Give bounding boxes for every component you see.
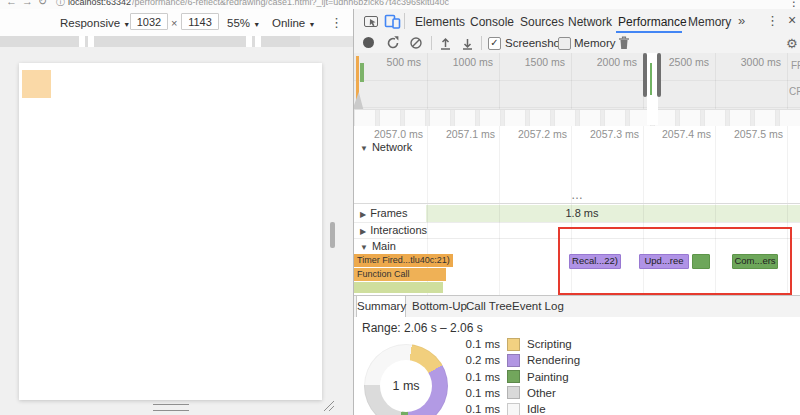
frame-duration: 1.8 ms	[552, 207, 612, 219]
browser-menu-icon[interactable]: ⋮	[788, 0, 800, 9]
overview-label-cpu: CPU	[789, 86, 800, 97]
throttle-caret-icon: ▼	[308, 21, 315, 28]
lane-frames[interactable]: ▶Frames	[360, 207, 407, 219]
legend-value: 0.2 ms	[460, 354, 500, 366]
tab-event-log[interactable]: Event Log	[512, 300, 564, 312]
lane-resize-ellipsis-icon[interactable]: …	[571, 188, 585, 202]
detail-tick: 2057.2 ms	[497, 128, 567, 140]
device-mode-select[interactable]: Responsive ▼	[60, 17, 130, 29]
devtools-close-icon[interactable]: ×	[788, 12, 796, 28]
viewport-height-resize-handle[interactable]	[153, 404, 189, 411]
detail-tick: 2057.4 ms	[641, 128, 711, 140]
lane-main[interactable]: ▼Main	[360, 240, 396, 252]
detail-tick: 2057.1 ms	[425, 128, 495, 140]
throttle-value: Online	[272, 17, 305, 29]
summary-pane: Range: 2.06 s – 2.06 s 1 ms 0.1 ms Scrip…	[354, 317, 800, 415]
site-info-icon[interactable]: ⓘ	[56, 0, 65, 9]
page-viewport[interactable]	[19, 63, 322, 400]
device-mode-pane: Responsive ▼ × 55% ▼ Online ▼ ⋮	[0, 9, 353, 415]
reload-and-record-icon[interactable]	[386, 36, 400, 50]
trash-icon[interactable]	[618, 36, 630, 50]
tab-console[interactable]: Console	[470, 15, 514, 29]
overview-tick: 2000 ms	[567, 56, 637, 68]
save-profile-icon[interactable]	[461, 36, 474, 50]
viewport-width-input[interactable]	[130, 13, 168, 30]
selection-fps-line	[650, 63, 652, 95]
tab-memory[interactable]: Memory	[688, 15, 731, 29]
summary-range: Range: 2.06 s – 2.06 s	[362, 321, 483, 335]
capture-settings-gear-icon[interactable]: ⚙	[786, 36, 798, 51]
inspect-element-icon[interactable]	[363, 13, 379, 29]
device-mode-label: Responsive	[60, 17, 120, 29]
lane-network[interactable]: ▼Network	[360, 141, 412, 153]
legend-label: Painting	[527, 371, 569, 383]
overview-label-fps: FPS	[791, 60, 800, 71]
viewport-scrollbar-thumb[interactable]	[330, 222, 335, 248]
ruler-gap	[88, 36, 94, 47]
main-lane-label: Main	[372, 240, 396, 252]
viewport-corner-resize-handle[interactable]	[322, 401, 336, 412]
tab-bottom-up[interactable]: Bottom-Up	[412, 300, 467, 312]
legend-swatch-rendering	[507, 354, 520, 367]
legend-swatch-other	[507, 386, 520, 399]
legend-swatch-painting	[507, 370, 520, 383]
screenshots-filmstrip[interactable]	[354, 109, 800, 126]
device-toolbar: Responsive ▼ × 55% ▼ Online ▼ ⋮	[0, 9, 353, 37]
reload-icon[interactable]: ↻	[38, 0, 47, 8]
toggle-device-toolbar-icon[interactable]	[384, 14, 401, 29]
url-host[interactable]: localhost:63342	[68, 0, 131, 7]
memory-checkbox[interactable]	[558, 37, 571, 50]
active-tab-underline	[616, 31, 682, 33]
tab-summary[interactable]: Summary	[356, 296, 406, 317]
gridline	[499, 53, 500, 295]
memory-label: Memory	[574, 37, 616, 49]
record-button[interactable]	[363, 37, 374, 48]
event-timer-fired[interactable]: Timer Fired...tlu40c:21)	[354, 254, 453, 267]
legend-row-scripting: 0.1 ms Scripting	[460, 338, 580, 350]
clear-recording-icon[interactable]	[410, 37, 422, 49]
event-anonymous-function[interactable]	[354, 282, 443, 293]
devtools-menu-icon[interactable]: ⋮	[766, 13, 779, 28]
ruler-gap	[300, 36, 353, 47]
frames-lane-label: Frames	[370, 207, 407, 219]
tab-sources[interactable]: Sources	[520, 15, 564, 29]
device-toolbar-menu-icon[interactable]: ⋮	[330, 15, 343, 30]
screenshots-checkbox[interactable]: ✓	[488, 37, 501, 50]
overview-tick: 1000 ms	[423, 56, 493, 68]
tab-call-tree[interactable]: Call Tree	[466, 300, 512, 312]
legend-label: Scripting	[527, 338, 572, 350]
event-function-call[interactable]: Function Call	[354, 268, 446, 281]
selection-handle-right[interactable]	[657, 53, 661, 97]
detail-tick: 2057.5 ms	[713, 128, 783, 140]
legend-row-painting: 0.1 ms Painting	[460, 371, 580, 383]
more-tabs-icon[interactable]: »	[738, 13, 745, 28]
disclosure-expanded-icon: ▼	[360, 144, 368, 153]
viewport-height-input[interactable]	[181, 13, 219, 30]
detail-tick: 2057.0 ms	[353, 128, 423, 140]
ruler-gap	[79, 36, 85, 47]
screenshot-root: ← → ↻ ⓘ localhost:63342 /performance/6-r…	[0, 0, 800, 415]
lane-divider	[354, 203, 800, 204]
zoom-select[interactable]: 55% ▼	[227, 17, 260, 29]
throttle-select[interactable]: Online ▼	[272, 17, 315, 29]
back-icon[interactable]: ←	[6, 0, 17, 7]
forward-icon[interactable]: →	[22, 0, 33, 7]
interactions-lane-label: Interactions	[370, 224, 427, 236]
selection-handle-left[interactable]	[643, 53, 647, 97]
ruler-gap	[255, 36, 261, 47]
legend-label: Rendering	[527, 354, 580, 366]
overview-tick: 3000 ms	[711, 56, 781, 68]
lane-interactions[interactable]: ▶Interactions	[360, 224, 427, 236]
tab-performance[interactable]: Performance	[618, 15, 687, 29]
legend-row-idle: 0.1 ms Idle	[460, 403, 580, 415]
legend-row-other: 0.1 ms Other	[460, 387, 580, 399]
legend-row-rendering: 0.2 ms Rendering	[460, 354, 580, 366]
tab-network[interactable]: Network	[568, 15, 612, 29]
overview-tick: 500 ms	[351, 56, 421, 68]
legend-value: 0.1 ms	[460, 387, 500, 399]
url-path[interactable]: /performance/6-reflect&redrawing/case1.h…	[132, 0, 449, 7]
red-annotation-rectangle	[558, 227, 792, 295]
tab-elements[interactable]: Elements	[415, 15, 465, 29]
zoom-value: 55%	[227, 17, 250, 29]
load-profile-icon[interactable]	[439, 36, 452, 50]
